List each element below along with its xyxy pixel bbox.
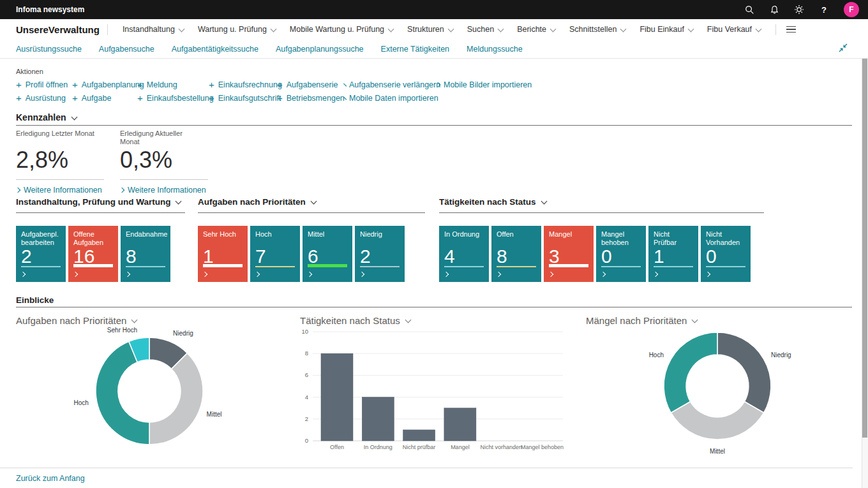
avatar[interactable]: F <box>844 2 859 17</box>
back-to-top-link[interactable]: Zurück zum Anfang <box>16 474 85 483</box>
cue-tile-nicht-vorhanden[interactable]: Nicht Vorhanden0 <box>701 226 751 282</box>
action-label: Einkaufsbestellung <box>147 94 214 103</box>
bar-in-ordnung[interactable] <box>362 397 394 441</box>
subnav-link-ausruestungssuche[interactable]: Ausrüstungssuche <box>16 45 82 54</box>
cue-tile-mangel[interactable]: Mangel3 <box>544 226 594 282</box>
y-axis-tick: 6 <box>305 371 308 378</box>
hamburger-icon[interactable] <box>784 24 798 36</box>
role-center-title[interactable]: UnsereVerwaltung <box>16 24 100 35</box>
action-aufgabenplanung[interactable]: +Aufgabenplanung <box>72 80 137 90</box>
chevron-down-icon <box>310 198 317 205</box>
cue-tile-trend-bar <box>255 266 295 267</box>
action-einkaufsbestellung[interactable]: +Einkaufsbestellung <box>137 93 209 103</box>
nav-item-berichte[interactable]: Berichte <box>517 25 555 34</box>
bar-mangel[interactable] <box>444 408 476 441</box>
action-label: Betriebsmengen <box>287 94 345 103</box>
action-betriebsmengen[interactable]: +Betriebsmengen <box>277 93 345 103</box>
nav-item-suchen[interactable]: Suchen <box>467 25 503 34</box>
cue-tile-label: Aufgabenpl. bearbeiten <box>16 226 66 247</box>
cue-tile-offene-aufgaben[interactable]: Offene Aufgaben16 <box>68 226 118 282</box>
cue-tile-label: Offen <box>491 226 541 239</box>
action-label: Mobile Bilder importieren <box>444 80 532 89</box>
action-ausruestung[interactable]: +Ausrüstung <box>16 93 72 103</box>
cue-group-header[interactable]: Aufgaben nach Prioritäten <box>198 197 425 207</box>
action-aufgabenserie-verlaengern[interactable]: Aufgabenserie verlängern <box>345 80 436 90</box>
action-profil-oeffnen[interactable]: +Profil öffnen <box>16 80 72 90</box>
plus-icon: + <box>209 81 214 89</box>
cue-tile-value: 0 <box>601 246 612 267</box>
kennzahlen-header[interactable]: Kennzahlen <box>16 112 77 122</box>
nav-item-strukturen[interactable]: Strukturen <box>407 25 453 34</box>
nav-item-wartung-u-pruefung[interactable]: Wartung u. Prüfung <box>198 25 276 34</box>
y-axis-tick: 0 <box>305 437 308 444</box>
subnav-link-aufgabentaetigkeitssuche[interactable]: Aufgabentätigkeitssuche <box>172 45 258 54</box>
donut-segment-mittel[interactable] <box>149 353 203 445</box>
cue-tile-mangel-behoben[interactable]: Mangel behoben0 <box>596 226 646 282</box>
subnav-link-aufgabensuche[interactable]: Aufgabensuche <box>99 45 154 54</box>
help-icon[interactable]: ? <box>819 4 829 15</box>
cue-tile-trend-bar <box>654 266 693 267</box>
subnav-link-meldungssuche[interactable]: Meldungssuche <box>467 45 523 54</box>
nav-item-instandhaltung[interactable]: Instandhaltung <box>123 25 184 34</box>
cue-tile-nicht-pruefbar[interactable]: Nicht Prüfbar1 <box>648 226 698 282</box>
cue-tile-aufgabenpl-bearbeiten[interactable]: Aufgabenpl. bearbeiten2 <box>16 226 66 282</box>
donut-segment-mittel[interactable] <box>671 402 763 440</box>
cue-tile-hoch[interactable]: Hoch7 <box>250 226 300 282</box>
cue-tile-value: 8 <box>126 246 137 267</box>
y-axis-tick: 4 <box>305 394 308 401</box>
scrollbar-thumb[interactable] <box>862 59 867 438</box>
cue-tile-trend-bar <box>203 264 243 267</box>
cue-group-header[interactable]: Instandhaltung, Prüfung und Wartung <box>16 197 185 207</box>
nav-item-label: Fibu Einkauf <box>640 25 684 34</box>
cue-tile-label: Sehr Hoch <box>198 226 248 239</box>
nav-item-fibu-einkauf[interactable]: Fibu Einkauf <box>640 25 692 34</box>
gear-icon[interactable] <box>794 4 804 15</box>
cue-tile-sehr-hoch[interactable]: Sehr Hoch1 <box>198 226 248 282</box>
subnav-link-aufgabenplanungssuche[interactable]: Aufgabenplanungssuche <box>276 45 364 54</box>
collapse-icon[interactable] <box>837 42 849 56</box>
bell-icon[interactable] <box>769 4 779 15</box>
kpi-value[interactable]: 2,8% <box>16 147 112 174</box>
subnav-link-externe-taetigkeiten[interactable]: Externe Tätigkeiten <box>381 45 449 54</box>
nav-item-label: Strukturen <box>407 25 444 34</box>
cue-tile-endabnahme[interactable]: Endabnahme8 <box>121 226 170 282</box>
actions-grid: +Profil öffnen+Ausrüstung+Aufgabenplanun… <box>16 80 544 103</box>
action-mobile-daten-importieren[interactable]: Mobile Daten importieren <box>345 93 436 103</box>
bar-nicht-pruefbar[interactable] <box>403 430 435 441</box>
cue-tile-trend-bar <box>73 264 113 267</box>
donut-segment-hoch[interactable] <box>664 332 717 413</box>
cue-tile-value: 8 <box>497 246 507 267</box>
app-title: Infoma newsystem <box>16 5 84 14</box>
kpi-more-link[interactable]: Weitere Informationen <box>16 186 112 195</box>
cue-group-title: Tätigkeiten nach Status <box>439 197 536 207</box>
plus-icon: + <box>16 81 22 89</box>
bar-offen[interactable] <box>321 353 353 441</box>
action-meldung[interactable]: +Meldung <box>137 80 209 90</box>
action-aufgabe[interactable]: +Aufgabe <box>72 93 137 103</box>
kpi-value[interactable]: 0,3% <box>120 147 216 174</box>
cue-tile-label: Nicht Vorhanden <box>701 226 751 247</box>
action-einkaufsgutschrift[interactable]: +Einkaufsgutschrift <box>209 93 277 103</box>
action-einkaufsrechnung[interactable]: +Einkaufsrechnung <box>209 80 277 90</box>
action-mobile-bilder-importieren[interactable]: Mobile Bilder importieren <box>436 80 544 90</box>
search-icon[interactable] <box>744 4 754 15</box>
donut-label-mittel: Mittel <box>710 448 725 455</box>
cue-tile-offen[interactable]: Offen8 <box>491 226 541 282</box>
donut-segment-niedrig[interactable] <box>717 332 771 413</box>
cue-tile-trend-bar <box>444 266 484 267</box>
nav-item-schnittstellen[interactable]: Schnittstellen <box>569 25 625 34</box>
cue-tile-in-ordnung[interactable]: In Ordnung4 <box>439 226 489 282</box>
action-label: Meldung <box>147 80 177 89</box>
kpi-more-link[interactable]: Weitere Informationen <box>120 186 216 195</box>
cue-tile-mittel[interactable]: Mittel6 <box>303 226 352 282</box>
chevron-right-icon <box>20 272 26 277</box>
action-column: +Aufgabenserie+Betriebsmengen <box>277 80 345 103</box>
nav-item-mobile-wartung-u-pruefung[interactable]: Mobile Wartung u. Prüfung <box>290 25 393 34</box>
chevron-right-icon <box>255 272 260 277</box>
cue-tile-niedrig[interactable]: Niedrig2 <box>355 226 405 282</box>
cue-group-header[interactable]: Tätigkeiten nach Status <box>439 197 764 207</box>
donut-label-hoch: Hoch <box>649 351 664 359</box>
nav-item-fibu-verkauf[interactable]: Fibu Verkauf <box>707 25 761 34</box>
cue-tile-trend-bar <box>706 266 745 267</box>
action-aufgabenserie[interactable]: +Aufgabenserie <box>277 80 345 90</box>
